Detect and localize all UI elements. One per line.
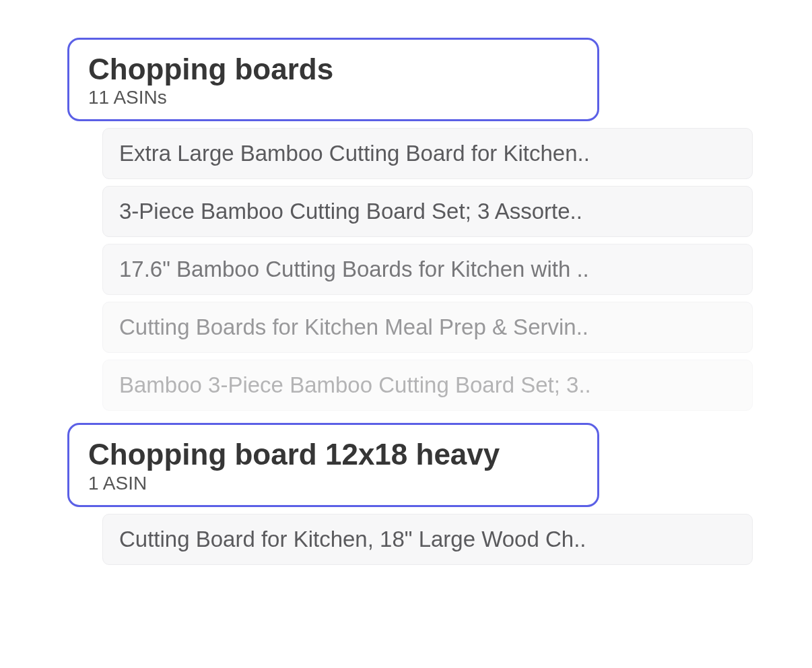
group-items-list: Extra Large Bamboo Cutting Board for Kit… [102, 128, 753, 411]
list-item[interactable]: Extra Large Bamboo Cutting Board for Kit… [102, 128, 753, 179]
list-item[interactable]: 17.6" Bamboo Cutting Boards for Kitchen … [102, 244, 753, 295]
group-card-chopping-board-12x18[interactable]: Chopping board 12x18 heavy 1 ASIN [67, 423, 599, 506]
group-title: Chopping boards [88, 53, 578, 86]
group-title: Chopping board 12x18 heavy [88, 438, 578, 471]
group-card-chopping-boards[interactable]: Chopping boards 11 ASINs [67, 38, 599, 121]
group-subtitle: 1 ASIN [88, 473, 578, 494]
list-item[interactable]: 3-Piece Bamboo Cutting Board Set; 3 Asso… [102, 186, 753, 237]
group-subtitle: 11 ASINs [88, 87, 578, 108]
group-items-list: Cutting Board for Kitchen, 18" Large Woo… [102, 514, 753, 565]
list-item[interactable]: Cutting Board for Kitchen, 18" Large Woo… [102, 514, 753, 565]
list-item[interactable]: Bamboo 3-Piece Bamboo Cutting Board Set;… [102, 360, 753, 411]
list-item[interactable]: Cutting Boards for Kitchen Meal Prep & S… [102, 302, 753, 353]
